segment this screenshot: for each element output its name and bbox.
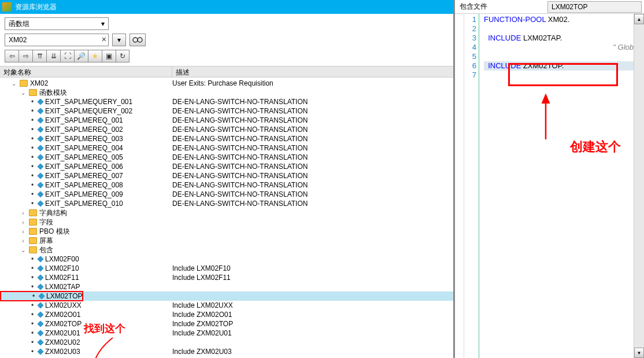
- tree-row[interactable]: •EXIT_SAPLMEREQ_003DE-EN-LANG-SWITCH-NO-…: [0, 134, 453, 143]
- item-icon: [37, 191, 43, 197]
- favorite-button[interactable]: ★: [88, 50, 102, 62]
- app-icon: [2, 2, 12, 12]
- tree-row[interactable]: •EXIT_SAPLMEREQ_007DE-EN-LANG-SWITCH-NO-…: [0, 171, 453, 180]
- column-name-header[interactable]: 对象名称: [0, 67, 172, 77]
- tree-item-desc: DE-EN-LANG-SWITCH-NO-TRANSLATION: [172, 107, 308, 115]
- code-line[interactable]: FUNCTION-POOL XM02.: [484, 15, 634, 24]
- tree-area[interactable]: 找到这个 ⌄XM02User Exits: Purchase Requisiti…: [0, 77, 453, 358]
- tree-row[interactable]: •LXM02UXXInclude LXM02UXX: [0, 301, 453, 310]
- code-lines[interactable]: FUNCTION-POOL XM02. INCLUDE LXM02TAP." G…: [479, 14, 634, 358]
- bullet-icon: •: [29, 255, 36, 263]
- expand-icon[interactable]: ›: [20, 238, 27, 244]
- code-line[interactable]: [484, 24, 634, 34]
- object-type-dropdown[interactable]: 函数组 ▾: [5, 17, 109, 30]
- bullet-icon: •: [29, 181, 36, 189]
- collapse-icon[interactable]: ⌄: [20, 90, 27, 96]
- collapse-up-button[interactable]: ⇈: [32, 50, 46, 62]
- fullscreen-button[interactable]: ⛶: [60, 50, 74, 62]
- code-line[interactable]: [484, 71, 634, 80]
- title-text: 资源库浏览器: [15, 2, 57, 12]
- tree-item-desc: DE-EN-LANG-SWITCH-NO-TRANSLATION: [172, 116, 308, 124]
- expand-icon[interactable]: ›: [20, 210, 27, 216]
- tree-row[interactable]: •LXM02F11Include LXM02F11: [0, 273, 453, 282]
- bullet-icon: •: [29, 329, 36, 337]
- add-button[interactable]: ▣: [102, 50, 116, 62]
- tree-row[interactable]: •LXM02TAP: [0, 282, 453, 291]
- tree-item-text: ZXM02O01: [45, 311, 80, 319]
- nav-forward-button[interactable]: ⇨: [18, 50, 32, 62]
- code-line[interactable]: INCLUDE ZXM02TOP.: [484, 61, 634, 71]
- comment: " Glob: [613, 43, 634, 52]
- tree-label: •LXM02UXX: [0, 301, 82, 309]
- tree-row[interactable]: •LXM02TOP: [0, 291, 453, 301]
- expand-down-button[interactable]: ⇊: [46, 50, 60, 62]
- tree-row[interactable]: •LXM02F10Include LXM02F10: [0, 264, 453, 273]
- clear-icon[interactable]: ×: [102, 35, 106, 44]
- tree-row[interactable]: ⌄XM02User Exits: Purchase Requisition: [0, 79, 453, 88]
- column-desc-header[interactable]: 描述: [172, 67, 453, 77]
- item-icon: [37, 256, 43, 262]
- folder-icon: [29, 228, 37, 235]
- tree-row[interactable]: •EXIT_SAPLMEREQ_006DE-EN-LANG-SWITCH-NO-…: [0, 162, 453, 171]
- tree-row[interactable]: ›屏幕: [0, 236, 453, 245]
- tree-item-text: EXIT_SAPLMEREQ_005: [45, 153, 123, 161]
- tree-row[interactable]: ›字段: [0, 217, 453, 227]
- tree-row[interactable]: ›字典结构: [0, 208, 453, 217]
- collapse-icon[interactable]: ⌄: [20, 247, 27, 253]
- display-button[interactable]: [129, 34, 146, 46]
- code-line[interactable]: [484, 52, 634, 61]
- collapse-icon[interactable]: ⌄: [10, 80, 17, 87]
- item-icon: [37, 348, 43, 355]
- search-row: × ▾: [0, 32, 453, 49]
- tree-item-desc: DE-EN-LANG-SWITCH-NO-TRANSLATION: [172, 181, 308, 189]
- tree-row[interactable]: •ZXM02U01Include ZXM02U01: [0, 329, 453, 338]
- tree-row[interactable]: •EXIT_SAPLMEREQ_004DE-EN-LANG-SWITCH-NO-…: [0, 143, 453, 153]
- refresh-button[interactable]: ↻: [116, 50, 129, 62]
- code-line[interactable]: INCLUDE LXM02TAP.: [484, 34, 634, 43]
- bullet-icon: •: [29, 301, 36, 309]
- item-icon: [37, 135, 43, 142]
- tree-item-text: EXIT_SAPLMEREQ_007: [45, 172, 123, 180]
- bullet-icon: •: [29, 144, 36, 152]
- tree-row[interactable]: •EXIT_SAPLMEREQ_001DE-EN-LANG-SWITCH-NO-…: [0, 116, 453, 125]
- code-line[interactable]: " Glob: [484, 43, 634, 52]
- tree-label: ⌄XM02: [0, 79, 48, 87]
- search-input[interactable]: [5, 34, 109, 46]
- search-input-wrapper: ×: [5, 34, 109, 46]
- expand-icon[interactable]: ›: [20, 228, 27, 235]
- scroll-up-button[interactable]: ▲: [634, 14, 644, 24]
- tree-row[interactable]: •EXIT_SAPLMEREQ_005DE-EN-LANG-SWITCH-NO-…: [0, 153, 453, 162]
- gutter: [455, 14, 464, 358]
- tree-row[interactable]: •ZXM02O01Include ZXM02O01: [0, 310, 453, 319]
- tree-row[interactable]: ›PBO 模块: [0, 227, 453, 236]
- tree-row[interactable]: •EXIT_SAPLMEQUERY_002DE-EN-LANG-SWITCH-N…: [0, 106, 453, 116]
- dropdown-toggle-button[interactable]: ▾: [112, 34, 126, 46]
- tree-item-text: ZXM02TOP: [45, 320, 82, 328]
- tree-item-text: EXIT_SAPLMEREQ_003: [45, 135, 123, 143]
- tree-row[interactable]: •ZXM02TOPInclude ZXM02TOP: [0, 319, 453, 329]
- tree-row[interactable]: •EXIT_SAPLMEREQ_009DE-EN-LANG-SWITCH-NO-…: [0, 190, 453, 199]
- tree-item-desc: Include ZXM02TOP: [172, 320, 233, 328]
- tree-row[interactable]: •EXIT_SAPLMEQUERY_001DE-EN-LANG-SWITCH-N…: [0, 97, 453, 106]
- tree-row[interactable]: ⌄包含: [0, 245, 453, 254]
- tree-row[interactable]: •EXIT_SAPLMEREQ_008DE-EN-LANG-SWITCH-NO-…: [0, 180, 453, 190]
- line-numbers: 1234567: [464, 14, 479, 358]
- nav-back-button[interactable]: ⇦: [5, 50, 18, 62]
- tree-label: •EXIT_SAPLMEREQ_010: [0, 200, 123, 208]
- tree-item-text: XM02: [30, 79, 48, 87]
- scroll-down-button[interactable]: ▼: [634, 348, 644, 358]
- tree-item-text: EXIT_SAPLMEREQ_004: [45, 144, 123, 152]
- tree-item-text: EXIT_SAPLMEQUERY_001: [45, 98, 132, 106]
- expand-icon[interactable]: ›: [20, 219, 27, 226]
- vertical-scrollbar[interactable]: ▲ ▼: [634, 14, 644, 358]
- where-used-button[interactable]: 🔎: [74, 50, 88, 62]
- bullet-icon: •: [29, 190, 36, 198]
- tree-row[interactable]: •EXIT_SAPLMEREQ_010DE-EN-LANG-SWITCH-NO-…: [0, 199, 453, 208]
- tree-row[interactable]: •LXM02F00: [0, 254, 453, 264]
- item-icon: [37, 283, 43, 290]
- tree-row[interactable]: •ZXM02U02: [0, 338, 453, 347]
- tree-row[interactable]: •EXIT_SAPLMEREQ_002DE-EN-LANG-SWITCH-NO-…: [0, 125, 453, 134]
- tree-row[interactable]: ⌄函数模块: [0, 88, 453, 97]
- tree-label: •LXM02F10: [0, 264, 79, 272]
- tree-row[interactable]: •ZXM02U03Include ZXM02U03: [0, 347, 453, 356]
